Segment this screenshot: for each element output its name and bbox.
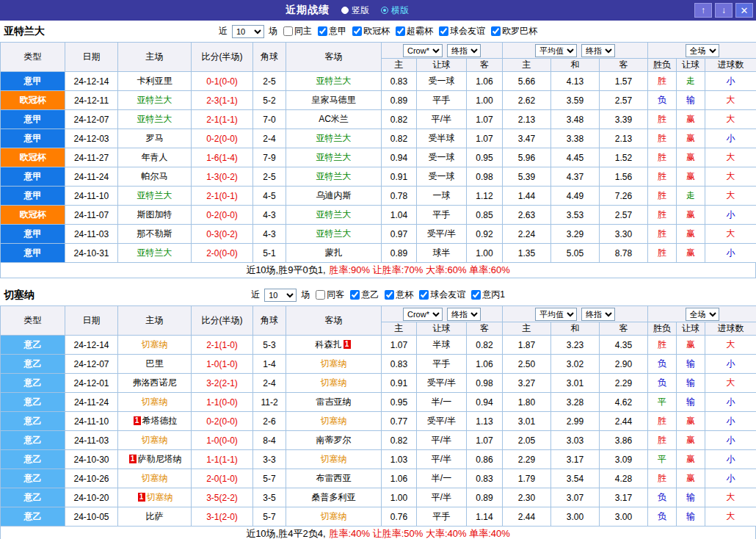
- filter-checkbox[interactable]: [318, 26, 327, 36]
- score-link[interactable]: 1-1(0-0): [206, 397, 238, 408]
- score-link[interactable]: 0-2(0-0): [206, 210, 238, 220]
- team-name-link[interactable]: 切塞纳: [142, 435, 168, 445]
- score-link[interactable]: 1-6(1-4): [206, 153, 238, 163]
- team-name-link[interactable]: 切塞纳: [142, 339, 168, 350]
- bookmaker-select[interactable]: Crow*: [403, 308, 443, 321]
- team-name-link[interactable]: 罗马: [146, 133, 164, 143]
- team-name-link[interactable]: 亚特兰大: [316, 76, 352, 86]
- average-select[interactable]: 平均值: [535, 308, 577, 321]
- team-name-link[interactable]: 桑普多利亚: [312, 492, 356, 502]
- scope-select[interactable]: 全场: [686, 308, 719, 321]
- filter-checkbox[interactable]: [471, 290, 481, 300]
- score-link[interactable]: 2-0(1-0): [206, 474, 238, 484]
- score-link[interactable]: 1-0(0-0): [206, 435, 238, 446]
- filter-checkbox[interactable]: [491, 26, 501, 36]
- match-count-select[interactable]: 10: [232, 25, 264, 38]
- close-button[interactable]: ✕: [735, 3, 753, 18]
- bookmaker-select[interactable]: Crow*: [403, 44, 443, 57]
- filter-option: 意丙1: [471, 289, 505, 301]
- team-name-link[interactable]: 希塔德拉: [142, 416, 178, 426]
- score-link[interactable]: 2-3(1-1): [206, 95, 238, 106]
- team-name-link[interactable]: 卡利亚里: [137, 76, 172, 86]
- scroll-down-button[interactable]: ↓: [715, 3, 733, 18]
- team-name-link[interactable]: 切塞纳: [321, 511, 347, 521]
- col-handicap: 让球: [417, 59, 467, 72]
- match-count-select[interactable]: 10: [264, 289, 297, 302]
- filter-option-label: 同客: [327, 289, 344, 301]
- team-name-link[interactable]: 南蒂罗尔: [316, 435, 352, 445]
- team-name-link[interactable]: 皇家马德里: [312, 95, 356, 105]
- final-odds-select-2[interactable]: 终指: [581, 44, 615, 57]
- score-link[interactable]: 0-3(0-2): [206, 229, 238, 239]
- layout-radio-vertical[interactable]: 竖版: [341, 4, 369, 17]
- team-name-link[interactable]: 切塞纳: [142, 397, 168, 407]
- team-name-link[interactable]: 弗洛西诺尼: [133, 377, 177, 388]
- score-link[interactable]: 1-3(0-2): [206, 172, 238, 182]
- team-name-link[interactable]: 亚特兰大: [137, 95, 172, 105]
- filter-checkbox[interactable]: [316, 290, 325, 300]
- team-name-link[interactable]: 斯图加特: [137, 209, 172, 220]
- team-name-link[interactable]: 亚特兰大: [137, 247, 172, 258]
- team-name-link[interactable]: 乌迪内斯: [316, 190, 352, 200]
- team-name-link[interactable]: 萨勒尼塔纳: [138, 454, 182, 464]
- team-name-link[interactable]: 科森扎: [316, 339, 342, 350]
- team-name-link[interactable]: 亚特兰大: [137, 190, 172, 200]
- team-name-link[interactable]: 切塞纳: [321, 358, 347, 369]
- score-link[interactable]: 2-0(0-0): [206, 248, 238, 258]
- team-name-link[interactable]: 亚特兰大: [316, 152, 352, 162]
- team-name-link[interactable]: AC米兰: [319, 114, 349, 124]
- final-odds-select[interactable]: 终指: [447, 44, 481, 57]
- team-name-link[interactable]: 年青人: [142, 152, 168, 162]
- scroll-up-button[interactable]: ↑: [694, 3, 712, 18]
- filter-checkbox[interactable]: [419, 290, 429, 300]
- score-link[interactable]: 3-5(2-2): [206, 493, 238, 503]
- team-name-link[interactable]: 帕尔马: [142, 171, 168, 181]
- col-avg-draw: 和: [551, 322, 600, 336]
- team-name-link[interactable]: 布雷西亚: [316, 473, 352, 483]
- final-odds-select[interactable]: 终指: [447, 308, 481, 321]
- home-odds: 0.76: [382, 507, 417, 527]
- league-badge: 意甲: [1, 110, 65, 129]
- score-link[interactable]: 2-1(0-1): [206, 191, 238, 201]
- filter-checkbox[interactable]: [352, 26, 362, 36]
- score-link[interactable]: 2-1(1-1): [206, 115, 238, 125]
- score-link[interactable]: 3-2(2-1): [206, 378, 238, 388]
- filter-checkbox[interactable]: [385, 290, 394, 300]
- team-name-link[interactable]: 比萨: [146, 511, 164, 521]
- result-handicap: 输: [677, 91, 705, 110]
- filter-checkbox[interactable]: [396, 26, 405, 36]
- score-link[interactable]: 3-1(2-0): [206, 512, 238, 522]
- team-name-link[interactable]: 亚特兰大: [316, 171, 352, 181]
- result-handicap: 赢: [677, 431, 705, 450]
- team-name-link[interactable]: 亚特兰大: [316, 209, 352, 220]
- team-name-link[interactable]: 切塞纳: [147, 492, 173, 502]
- team-name-link[interactable]: 切塞纳: [321, 416, 347, 426]
- score-link[interactable]: 1-1(1-1): [206, 455, 238, 465]
- team-name-link[interactable]: 蒙扎: [325, 247, 343, 258]
- away-odds: 1.07: [467, 110, 503, 129]
- col-score: 比分(半场): [192, 306, 253, 336]
- team-name-link[interactable]: 亚特兰大: [137, 114, 172, 124]
- scope-select[interactable]: 全场: [686, 44, 719, 57]
- team-name-link[interactable]: 切塞纳: [142, 473, 168, 483]
- average-select[interactable]: 平均值: [535, 44, 577, 57]
- team-name-link[interactable]: 巴里: [146, 358, 164, 369]
- score-link[interactable]: 0-1(0-0): [206, 76, 238, 87]
- corner-cell: 2-4: [253, 374, 286, 393]
- score-link[interactable]: 0-2(0-0): [206, 416, 238, 427]
- score-link[interactable]: 1-0(1-0): [206, 359, 238, 369]
- team-name-link[interactable]: 那不勒斯: [137, 228, 172, 239]
- score-link[interactable]: 0-2(0-0): [206, 134, 238, 144]
- team-name-link[interactable]: 切塞纳: [321, 454, 347, 464]
- filter-checkbox[interactable]: [283, 26, 293, 36]
- team-name-link[interactable]: 亚特兰大: [316, 133, 352, 143]
- score-link[interactable]: 2-1(1-0): [206, 340, 238, 350]
- layout-radio-horizontal[interactable]: 横版: [381, 4, 409, 17]
- team-name-link[interactable]: 亚特兰大: [316, 228, 352, 239]
- filter-checkbox[interactable]: [350, 290, 360, 300]
- filter-checkbox[interactable]: [439, 26, 448, 36]
- final-odds-select-2[interactable]: 终指: [581, 308, 615, 321]
- team-name-link[interactable]: 雷吉亚纳: [316, 397, 352, 407]
- result-goals: 小: [705, 431, 756, 450]
- team-name-link[interactable]: 切塞纳: [321, 377, 347, 388]
